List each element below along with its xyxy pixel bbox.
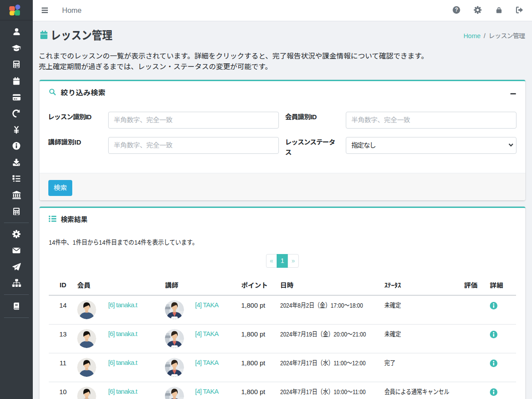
svg-text:?: ? <box>455 7 458 13</box>
